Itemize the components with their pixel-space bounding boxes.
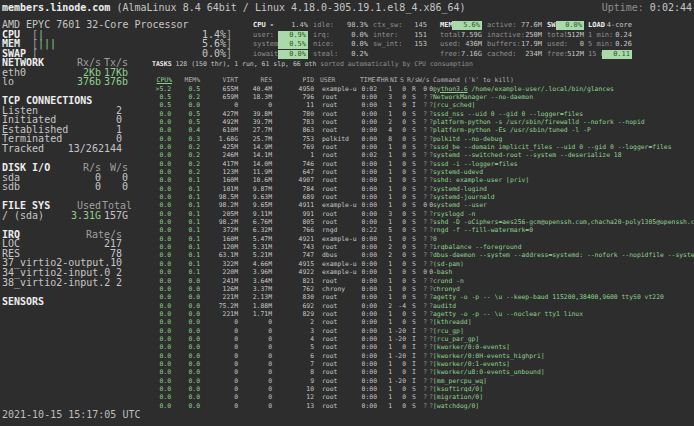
process-row[interactable]: 0.00.198.2M9.65M4911example-u0:0010S00sy… bbox=[0, 201, 694, 209]
cached-label: cached: bbox=[487, 50, 517, 59]
process-cell-ni: -20 bbox=[392, 327, 406, 335]
process-row[interactable]: 0.00.5492M39.7M783root0:0020S??platform-… bbox=[0, 118, 694, 126]
process-cell-res: 9.11M bbox=[240, 210, 272, 218]
process-row[interactable]: 0.00.1120M5.31M743root0:0020S??irqbalanc… bbox=[0, 243, 694, 251]
process-row[interactable]: 0.00.0008root0:0010I??[kworker/u8:0-even… bbox=[0, 368, 694, 376]
process-row[interactable]: 0.00.075.2M1.88M692root0:002-4S??auditd bbox=[0, 302, 694, 310]
process-cell-virt: 120M bbox=[204, 243, 238, 251]
nice-value: 0.0% bbox=[338, 40, 368, 49]
inactive-value: 250M bbox=[514, 31, 542, 40]
process-cell-res: 0 bbox=[240, 343, 272, 351]
process-cell-command: systemd --switched-root --system --deser… bbox=[433, 151, 622, 159]
process-cell-thr: 2 bbox=[384, 251, 392, 259]
column-header-res[interactable]: RES bbox=[240, 76, 272, 84]
process-row[interactable]: 0.00.2246M14.1M1root0:0210S??systemd --s… bbox=[0, 151, 694, 159]
process-row[interactable]: 0.00.0002root0:0010S??[kthreadd] bbox=[0, 318, 694, 326]
process-row[interactable]: 0.00.31.68G25.7M753polkitd0:0080S??polki… bbox=[0, 135, 694, 143]
process-cell-ws: ? bbox=[425, 327, 433, 335]
process-cell-mem: 0.1 bbox=[176, 185, 200, 193]
process-cell-res: 0 bbox=[240, 360, 272, 368]
process-cell-res: 18.3M bbox=[240, 93, 272, 101]
iowait-value-badge: 0.0% bbox=[278, 50, 308, 59]
process-cell-ni: 0 bbox=[392, 126, 406, 134]
process-cell-time: 0:00 bbox=[352, 168, 377, 176]
process-row[interactable]: 0.00.1372M6.32M766rngd0:2250S??rngd -f -… bbox=[0, 226, 694, 234]
process-row[interactable]: 0.00.1160M10.6M4907root0:0010S??sshd: ex… bbox=[0, 176, 694, 184]
process-cell-thr: 1 bbox=[384, 377, 392, 385]
process-cell-command: sshd: example-user [priv] bbox=[433, 176, 529, 184]
process-cell-res: 11.9M bbox=[240, 168, 272, 176]
process-cell-ni: 0 bbox=[392, 101, 406, 109]
process-row[interactable]: 0.00.198.5M9.63M689root0:0010S??systemd-… bbox=[0, 193, 694, 201]
column-header-cpu[interactable]: CPU% bbox=[146, 76, 172, 84]
column-header-thr[interactable]: THR bbox=[377, 76, 389, 84]
process-cell-ws: ? bbox=[425, 260, 433, 268]
process-cell-pid: 830 bbox=[276, 293, 314, 301]
process-cell-res: 27.7M bbox=[240, 126, 272, 134]
process-cell-ni: 0 bbox=[392, 385, 406, 393]
process-row[interactable]: 0.00.0241M3.64M821root0:0010S??crond -n bbox=[0, 277, 694, 285]
process-row[interactable]: 0.00.1205M9.11M991root0:0030S??rsyslogd … bbox=[0, 210, 694, 218]
process-row[interactable]: 0.00.2425M14.9M769root0:0010S??sssd_be -… bbox=[0, 143, 694, 151]
process-row[interactable]: >5.20.5655M40.4M4950example-u0:0210R00py… bbox=[0, 85, 694, 93]
process-cell-mem: 0.0 bbox=[176, 385, 200, 393]
process-cell-ws: ? bbox=[425, 277, 433, 285]
process-cell-time: 0:00 bbox=[352, 235, 377, 243]
process-cell-mem: 0.0 bbox=[176, 318, 200, 326]
process-row[interactable]: 0.50.00011root0:0010I??[rcu_sched] bbox=[0, 101, 694, 109]
process-cell-res: 9.63M bbox=[240, 193, 272, 201]
process-cell-virt: 0 bbox=[204, 393, 238, 401]
column-header-command[interactable]: Command ('k' to kill) bbox=[433, 76, 514, 84]
process-row[interactable]: 0.00.0221M1.71M829root0:0010S??agetty -o… bbox=[0, 310, 694, 318]
process-row[interactable]: 0.00.2123M11.9M647root0:0010S??systemd-u… bbox=[0, 168, 694, 176]
process-cell-command: (sd-pam) bbox=[433, 260, 464, 268]
column-header-user[interactable]: USER bbox=[320, 76, 335, 84]
process-row[interactable]: 0.00.0004root0:001-20I??[rcu_par_gp] bbox=[0, 335, 694, 343]
process-cell-virt: 372M bbox=[204, 226, 238, 234]
process-row[interactable]: 0.00.00010root0:0010S??[ksoftirqd/0] bbox=[0, 385, 694, 393]
process-row[interactable]: 0.00.5427M39.8M780root0:0010S??sssd_nss … bbox=[0, 110, 694, 118]
process-cell-pid: 4911 bbox=[276, 201, 314, 209]
swap-used-value: 0 bbox=[556, 40, 584, 49]
process-row[interactable]: 0.00.2417M14.0M746root0:0010S??sssd -i -… bbox=[0, 160, 694, 168]
process-cell-ws: ? bbox=[425, 360, 433, 368]
process-cell-time: 0:02 bbox=[352, 85, 377, 93]
idle-value: 98.3% bbox=[338, 21, 368, 30]
column-header-mem[interactable]: MEM% bbox=[176, 76, 200, 84]
process-row[interactable]: 0.00.0221M2.13M830root0:0010S??agetty -o… bbox=[0, 293, 694, 301]
process-row[interactable]: 0.00.0005root0:0010I??[kworker/0:0-event… bbox=[0, 343, 694, 351]
process-row[interactable]: 0.00.0126M3.37M762chrony0:0010S??chronyd bbox=[0, 285, 694, 293]
steal-label: steal: bbox=[313, 50, 338, 59]
process-row[interactable]: 0.00.0006root0:001-20I??[kworker/0:0H-ev… bbox=[0, 352, 694, 360]
process-cell-ni: 0 bbox=[392, 160, 406, 168]
column-header-pid[interactable]: PID bbox=[276, 76, 314, 84]
process-cell-cpu: 0.0 bbox=[146, 185, 171, 193]
process-row[interactable]: 0.00.0009root0:001-20I??[mm_percpu_wq] bbox=[0, 377, 694, 385]
process-cell-mem: 0.0 bbox=[176, 310, 200, 318]
column-header-state[interactable]: S bbox=[400, 76, 404, 84]
process-cell-ni: 0 bbox=[392, 310, 406, 318]
process-row[interactable]: 0.50.2659M18.3M796root0:0030S??NetworkMa… bbox=[0, 93, 694, 101]
process-row[interactable]: 0.00.4610M27.7M863root0:0040S??platform-… bbox=[0, 126, 694, 134]
swap-free-value: 512M bbox=[556, 50, 584, 59]
column-header-ni[interactable]: NI bbox=[390, 76, 398, 84]
process-row[interactable]: 0.00.00012root0:0010S??[migration/0] bbox=[0, 393, 694, 401]
process-cell-ni: 0 bbox=[392, 168, 406, 176]
column-header-rs[interactable]: R/s bbox=[407, 76, 419, 84]
process-row[interactable]: 0.00.1220M3.96M4922example-u0:0010S00-ba… bbox=[0, 268, 694, 276]
process-row[interactable]: 0.00.163.1M5.21M747dbus0:0020S??dbus-dae… bbox=[0, 251, 694, 259]
process-row[interactable]: 0.00.1101M9.87M784root0:0010S??systemd-l… bbox=[0, 185, 694, 193]
process-row[interactable]: 0.00.0007root0:0010I??[kworker/0:1-event… bbox=[0, 360, 694, 368]
process-cell-ws: ? bbox=[425, 151, 433, 159]
process-cell-thr: 1 bbox=[384, 151, 392, 159]
process-row[interactable]: 0.00.0003root0:001-20I??[rcu_gp] bbox=[0, 327, 694, 335]
process-cell-ni: 0 bbox=[392, 402, 406, 410]
process-row[interactable]: 0.00.198.2M6.76M805root0:0010S??sshd -D … bbox=[0, 218, 694, 226]
process-cell-cpu: 0.0 bbox=[146, 285, 171, 293]
process-row[interactable]: 0.00.1322M4.66M4915example-u0:0010S??(sd… bbox=[0, 260, 694, 268]
column-header-ws[interactable]: W/s bbox=[418, 76, 430, 84]
column-header-virt[interactable]: VIRT bbox=[204, 76, 238, 84]
process-cell-virt: 101M bbox=[204, 185, 238, 193]
process-cell-command: chronyd bbox=[433, 285, 460, 293]
process-row[interactable]: 0.00.1160M5.47M4921example-u0:0010S??0 bbox=[0, 235, 694, 243]
